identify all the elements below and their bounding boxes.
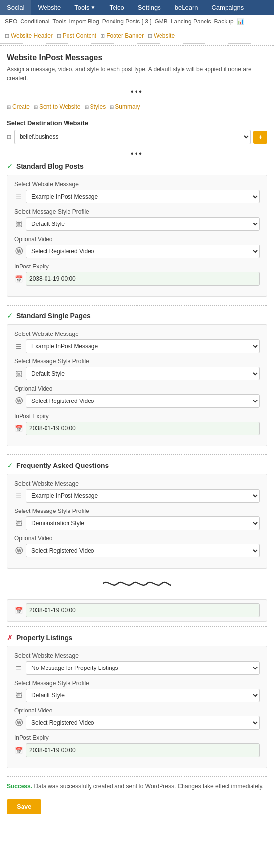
success-label: Success.: [7, 783, 32, 790]
expiry-input-1[interactable]: [26, 272, 260, 286]
success-text: Data was successfully created and sent t…: [34, 783, 264, 790]
tab-post-content[interactable]: ⊞ Post Content: [57, 32, 96, 39]
subtab-create[interactable]: ⊞ Create: [7, 103, 30, 110]
subtab-plus-1: ⊞: [7, 104, 11, 110]
field-label-message-2: Select Website Message: [14, 331, 260, 337]
calendar-icon-2: 📅: [14, 425, 23, 432]
field-label-video-3: Optional Video: [14, 535, 260, 542]
subtab-summary[interactable]: ⊞ Summary: [110, 103, 140, 110]
second-nav: SEO Conditional Tools Import Blog Pendin…: [0, 15, 274, 28]
tab-plus-icon2: ⊞: [57, 33, 61, 39]
video-select-2[interactable]: Select Registered Video: [26, 394, 260, 408]
success-message: Success. Data was successfully created a…: [7, 782, 267, 791]
section-check-icon-1: ✓: [7, 162, 13, 171]
expiry-input-2[interactable]: [26, 422, 260, 435]
list-icon-1: ☰: [14, 193, 23, 200]
video-icon-4: ⓦ: [14, 718, 23, 728]
field-label-video-1: Optional Video: [14, 236, 260, 243]
section-title-1: Standard Blog Posts: [16, 162, 84, 170]
nav-seo[interactable]: SEO: [5, 18, 17, 25]
field-label-message-4: Select Website Message: [14, 652, 260, 659]
field-label-style-1: Select Message Style Profile: [14, 208, 260, 215]
ellipsis-menu-1: •••: [7, 88, 267, 96]
section-property-listings: ✗ Property Listings Select Website Messa…: [7, 633, 267, 768]
page-title: Website InPost Messages: [7, 53, 267, 62]
ellipsis-menu-2: •••: [7, 149, 267, 158]
field-label-message-3: Select Website Message: [14, 480, 260, 487]
nav-website[interactable]: Website: [31, 0, 68, 15]
nav-belearn[interactable]: beLearn: [168, 0, 205, 15]
field-label-expiry-1: InPost Expiry: [14, 263, 260, 270]
section-faq: ✓ Frequently Asked Questions Select Webs…: [7, 461, 267, 569]
field-label-style-3: Select Message Style Profile: [14, 508, 260, 514]
top-nav: Social Website Tools ▼ Telco Settings be…: [0, 0, 274, 15]
video-icon-3: ⓦ: [14, 546, 23, 556]
calendar-icon-4: 📅: [14, 747, 23, 754]
section-title-2: Standard Single Pages: [16, 312, 91, 320]
video-select-3[interactable]: Select Registered Video: [26, 544, 260, 557]
tab-website-header[interactable]: ⊞ Website Header: [5, 32, 53, 39]
calendar-icon-3-partial: 📅: [14, 607, 23, 614]
sub-tabs: ⊞ Create ⊞ Sent to Website ⊞ Styles ⊞ Su…: [7, 100, 267, 113]
section-title-4: Property Listings: [16, 634, 72, 642]
section-x-icon-4: ✗: [7, 633, 13, 642]
video-icon-2: ⓦ: [14, 397, 23, 406]
nav-tools2[interactable]: Tools: [52, 18, 66, 25]
tabs-row: ⊞ Website Header ⊞ Post Content ⊞ Footer…: [0, 28, 274, 44]
destination-add-button[interactable]: +: [253, 131, 267, 144]
nav-telco[interactable]: Telco: [102, 0, 131, 15]
page-description: Assign a message, video, and style to ea…: [7, 65, 267, 83]
message-select-1[interactable]: Example InPost Message: [26, 190, 260, 203]
subtab-sent[interactable]: ⊞ Sent to Website: [34, 103, 81, 110]
message-select-2[interactable]: Example InPost Message: [26, 339, 260, 353]
save-button[interactable]: Save: [7, 799, 41, 814]
list-icon-4: ☰: [14, 665, 23, 672]
section-standard-blog-posts: ✓ Standard Blog Posts Select Website Mes…: [7, 162, 267, 297]
field-label-style-4: Select Message Style Profile: [14, 680, 260, 687]
style-select-4[interactable]: Default Style: [26, 689, 260, 702]
nav-import-blog[interactable]: Import Blog: [69, 18, 99, 25]
video-select-4[interactable]: Select Registered Video: [26, 716, 260, 730]
destination-plus-icon: ⊞: [7, 134, 11, 140]
tab-plus-icon: ⊞: [5, 33, 9, 39]
nav-pending-posts[interactable]: Pending Posts [ 3 ]: [102, 18, 152, 25]
tab-plus-icon3: ⊞: [100, 33, 105, 39]
tools-dropdown-arrow: ▼: [91, 5, 96, 10]
message-select-3[interactable]: Example InPost Message: [26, 489, 260, 503]
style-select-2[interactable]: Default Style: [26, 367, 260, 380]
field-label-message-1: Select Website Message: [14, 181, 260, 188]
style-select-3[interactable]: Demonstration Style Default Style: [26, 516, 260, 530]
image-icon-3: 🖼: [14, 520, 23, 527]
nav-backup[interactable]: Backup: [214, 18, 234, 25]
subtab-styles[interactable]: ⊞ Styles: [85, 103, 106, 110]
nav-campaigns[interactable]: Campaigns: [205, 0, 251, 15]
style-select-1[interactable]: Default Style: [26, 217, 260, 231]
nav-landing-panels[interactable]: Landing Panels: [171, 18, 211, 25]
nav-chart[interactable]: 📊: [237, 18, 244, 25]
wavy-separator: [7, 577, 267, 594]
nav-settings[interactable]: Settings: [131, 0, 168, 15]
section-check-icon-3: ✓: [7, 461, 13, 470]
section-standard-single-pages: ✓ Standard Single Pages Select Website M…: [7, 312, 267, 446]
tab-plus-icon4: ⊞: [148, 33, 152, 39]
image-icon-2: 🖼: [14, 370, 23, 378]
nav-conditional[interactable]: Conditional: [20, 18, 49, 25]
expiry-input-4[interactable]: [26, 743, 260, 757]
destination-select[interactable]: belief.business: [14, 130, 251, 144]
section-title-3: Frequently Asked Questions: [16, 462, 109, 469]
nav-gmb[interactable]: GMB: [155, 18, 168, 25]
video-icon-1: ⓦ: [14, 247, 23, 256]
video-select-1[interactable]: Select Registered Video: [26, 245, 260, 258]
tab-footer-banner[interactable]: ⊞ Footer Banner: [100, 32, 144, 39]
nav-social[interactable]: Social: [0, 0, 31, 15]
field-label-style-2: Select Message Style Profile: [14, 358, 260, 365]
field-label-video-2: Optional Video: [14, 385, 260, 392]
section-check-icon-2: ✓: [7, 312, 13, 320]
calendar-icon-1: 📅: [14, 275, 23, 283]
nav-tools[interactable]: Tools ▼: [68, 0, 102, 15]
expiry-input-3[interactable]: [26, 603, 260, 617]
message-select-4[interactable]: No Message for Property Listings: [26, 661, 260, 675]
image-icon-1: 🖼: [14, 221, 23, 228]
image-icon-4: 🖼: [14, 692, 23, 699]
tab-website[interactable]: ⊞ Website: [148, 32, 175, 39]
